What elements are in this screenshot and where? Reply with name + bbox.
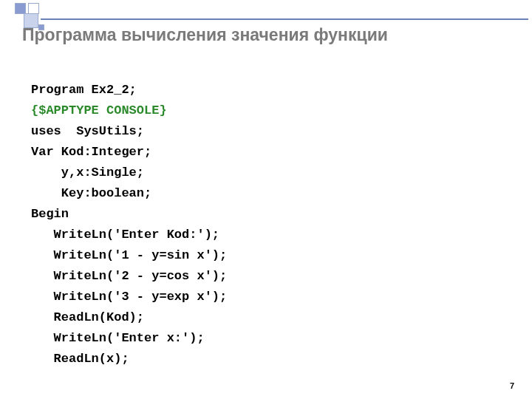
page-number: 7 [510,381,514,390]
code-line: WriteLn('3 - y=exp x'); [31,290,227,304]
code-line: Key:boolean; [31,186,151,200]
deco-rule [41,18,528,20]
code-line: WriteLn('1 - y=sin x'); [31,248,227,262]
code-line: WriteLn('Enter Kod:'); [31,228,219,242]
deco-square [15,3,26,14]
code-line: Begin [31,207,69,221]
code-line: Var Kod:Integer; [31,145,151,159]
code-line: y,x:Single; [31,166,144,180]
code-line: WriteLn('Enter x:'); [31,331,205,345]
deco-square [28,3,39,14]
code-line: Program Ex2_2; [31,83,137,97]
code-block: Program Ex2_2; {$APPTYPE CONSOLE} uses S… [31,59,227,369]
code-line: ReadLn(x); [31,352,129,366]
code-line: uses SysUtils; [31,124,144,138]
slide-title: Программа вычисления значения функции [22,25,388,45]
code-line: {$APPTYPE CONSOLE} [31,103,167,117]
code-line: ReadLn(Kod); [31,310,144,324]
code-line: WriteLn('2 - y=cos x'); [31,269,227,283]
